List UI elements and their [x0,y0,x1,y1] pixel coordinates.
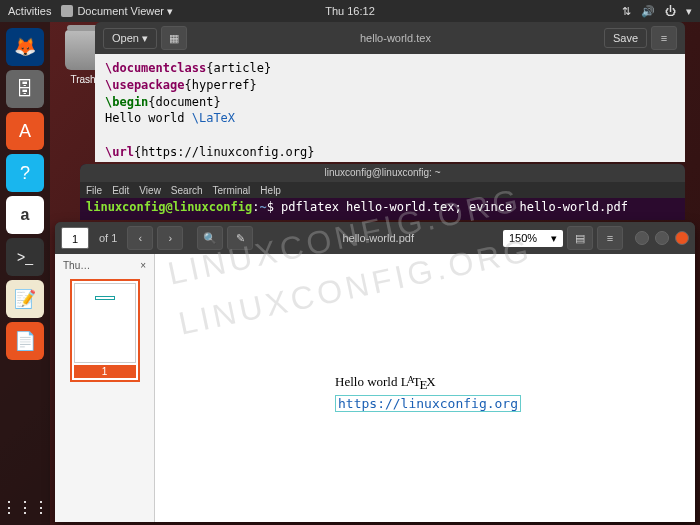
thumbnails-sidebar: Thu… × 1 [55,254,155,522]
menu-view[interactable]: View [139,185,161,196]
evince-window: 1 of 1 ‹ › 🔍 ✎ hello-world.pdf 150% ▾ ▤ … [55,222,695,522]
prev-page-button[interactable]: ‹ [127,226,153,250]
close-sidebar-button[interactable]: × [140,260,146,271]
app-menu[interactable]: Document Viewer ▾ [61,5,173,18]
menu-edit[interactable]: Edit [112,185,129,196]
hamburger-menu-button[interactable]: ≡ [651,26,677,50]
command-text: pdflatex hello-world.tex; evince hello-w… [281,200,628,214]
window-minimize-button[interactable] [635,231,649,245]
editor-content[interactable]: \documentclass{article} \usepackage{hype… [95,54,685,162]
annotate-button[interactable]: ✎ [227,226,253,250]
open-button[interactable]: Open ▾ [103,28,157,49]
terminal-window: linuxconfig@linuxconfig: ~ File Edit Vie… [80,164,685,220]
prompt-user: linuxconfig@linuxconfig [86,200,252,214]
pdf-url-link[interactable]: https://linuxconfig.org [335,395,521,412]
menu-terminal[interactable]: Terminal [213,185,251,196]
page-number-input[interactable]: 1 [61,227,89,249]
launcher-files[interactable]: 🗄 [6,70,44,108]
menu-help[interactable]: Help [260,185,281,196]
pdf-viewport[interactable]: Hello world LATEX https://linuxconfig.or… [155,254,695,522]
new-tab-button[interactable]: ▦ [161,26,187,50]
launcher-dock: 🦊 🗄 A ? a >_ 📝 📄 ⋮⋮⋮ [0,22,50,525]
pdf-text-line1: Hello world LATEX [335,374,521,393]
menu-file[interactable]: File [86,185,102,196]
terminal-content[interactable]: linuxconfig@linuxconfig:~$ pdflatex hell… [80,198,685,216]
launcher-text-editor[interactable]: 📝 [6,280,44,318]
volume-icon[interactable]: 🔊 [641,5,655,18]
save-button[interactable]: Save [604,28,647,48]
chevron-down-icon[interactable]: ▾ [686,5,692,18]
show-applications-button[interactable]: ⋮⋮⋮ [0,498,50,517]
launcher-amazon[interactable]: a [6,196,44,234]
search-icon: 🔍 [203,232,217,245]
launcher-firefox[interactable]: 🦊 [6,28,44,66]
clock[interactable]: Thu 16:12 [325,5,375,17]
sidebar-mode-label[interactable]: Thu… [63,260,90,271]
document-viewer-icon [61,5,73,17]
window-maximize-button[interactable] [655,231,669,245]
terminal-menubar: File Edit View Search Terminal Help [80,182,685,198]
gedit-title: hello-world.tex [187,32,604,44]
page-thumbnail[interactable]: 1 [70,279,140,382]
hamburger-menu-button[interactable]: ≡ [597,226,623,250]
evince-title: hello-world.pdf [257,232,499,244]
chevron-down-icon: ▾ [551,232,557,245]
network-icon[interactable]: ⇅ [622,5,631,18]
window-close-button[interactable] [675,231,689,245]
launcher-document-viewer[interactable]: 📄 [6,322,44,360]
power-icon[interactable]: ⏻ [665,5,676,17]
launcher-help[interactable]: ? [6,154,44,192]
zoom-select[interactable]: 150% ▾ [503,230,563,247]
launcher-terminal[interactable]: >_ [6,238,44,276]
next-page-button[interactable]: › [157,226,183,250]
activities-button[interactable]: Activities [8,5,51,17]
thumbnail-page-number: 1 [74,365,136,378]
page-total-label: of 1 [99,232,117,244]
menu-search[interactable]: Search [171,185,203,196]
search-button[interactable]: 🔍 [197,226,223,250]
terminal-title: linuxconfig@linuxconfig: ~ [80,164,685,182]
launcher-software[interactable]: A [6,112,44,150]
gedit-window: Open ▾ ▦ hello-world.tex Save ≡ \documen… [95,22,685,162]
prompt-path: ~ [259,200,266,214]
view-options-button[interactable]: ▤ [567,226,593,250]
